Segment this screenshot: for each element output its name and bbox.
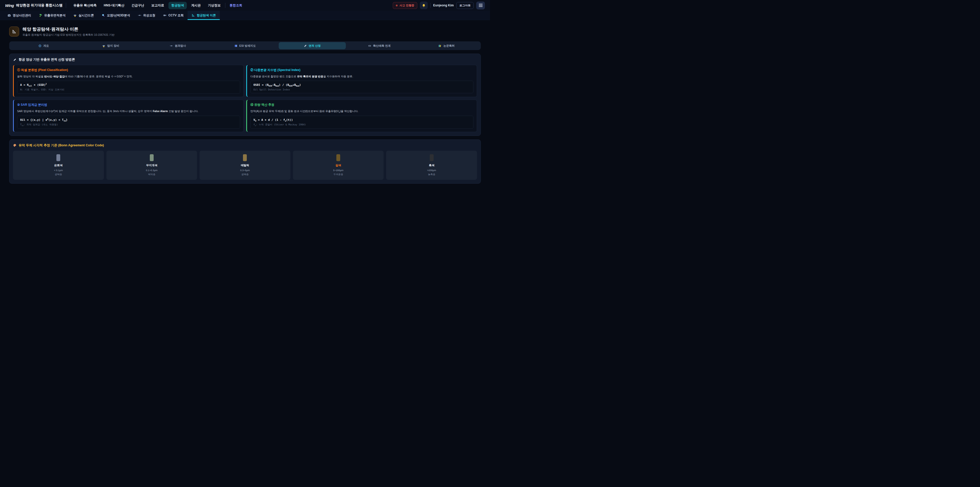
globe-icon [38,44,41,48]
method-card-body: 면적(A)과 평균 유막 두께(d) 및 풍화 경과 시간(t)으로부터 원래 … [250,109,473,113]
methods-section-header: 항공 영상 기반 유출유 면적 산정 방법론 [13,57,477,62]
incident-status-badge[interactable]: 사고 진행중 [393,2,417,9]
color-swatch [150,154,154,161]
subnav-item-spill-area-analysis[interactable]: 유출유면적분석 [35,11,69,20]
tab-papers-patents[interactable]: 논문특허 [413,42,480,49]
method-card-volume-inversion: ④ 유량 역산 추정 면적(A)과 평균 유막 두께(d) 및 풍화 경과 시간… [246,100,477,132]
subnav-item-photo-management[interactable]: 영상사진관리 [3,11,35,20]
link-icon [368,44,371,48]
subnav-item-pollution-ship-3d[interactable]: 오염/선박3D분석 [98,11,134,20]
hamburger-menu-button[interactable] [476,2,485,10]
menu-item-hns[interactable]: HNS·대기확산 [101,2,127,9]
menu-icon [479,4,483,7]
triangle-ruler-icon [12,29,17,34]
formula-box: Oil = {(x,y) | σ0(x,y) < Tth} Tth: 최적 임계… [17,116,240,129]
color-swatch [56,154,60,161]
menu-item-aerial-search[interactable]: 항공탐색 [169,2,187,9]
color-swatch [430,154,434,161]
formula-text: V0 = A × d / (1 - fe(t)) [253,118,470,121]
method-card-title: ③ SAR 임계값 분리법 [17,103,240,107]
page-header: 해양 항공탐색·원격탐사 이론 유출유 원격탐지·항공감시 기법·ESI 방제정… [9,26,481,37]
method-card-body: 다중분광 센서로 촬영한 밴드 조합으로 유막 특유의 분광 반응을 지수화하여… [250,74,473,78]
page-title: 해양 항공탐색·원격탐사 이론 [22,26,115,32]
user-name: Eunjeong Kim [433,3,454,7]
page-header-icon-box [9,27,19,37]
menu-item-weather[interactable]: 기상정보 [205,2,224,9]
bonn-item-black: 흑색 >200μm 농축층 [386,151,477,180]
formula-note: N: 기름 픽셀수, GSD: 지상 표본거리 [20,88,237,91]
method-card-spectral-index: ② 다중분광 지수법 (Spectral Index) 다중분광 센서로 촬영한… [246,65,477,97]
tab-remote-sensing[interactable]: 원격탐사 [144,42,211,49]
sub-navbar: 영상사진관리 유출유면적분석 실시간드론 오염/선박3D분석 위성요청 [0,11,490,20]
bonn-item-rainbow: 무지개색 0.1~0.3μm 박막층 [107,151,197,180]
bonn-item-metallic: 메탈릭 0.3~5μm 광택층 [200,151,290,180]
page-subtitle: 유출유 원격탐지·항공감시 기법·ESI 방제정보지도·등록특허 10-1567… [22,33,115,37]
brand[interactable]: Wing 해양환경 위기대응 통합시스템 [5,3,63,8]
method-card-pixel-classification: ① 픽셀 분류법 (Pixel Classification) 광학 영상의 각… [13,65,244,97]
drone-icon [102,44,105,48]
map-book-icon [234,44,238,48]
method-card-title: ④ 유량 역산 추정 [250,103,473,107]
tab-esi-map[interactable]: ESI 방제지도 [211,42,278,49]
method-card-title: ② 다중분광 지수법 (Spectral Index) [250,68,473,72]
theory-tab-strip: 개요 탐지 장비 원격탐사 ESI 방제지도 [9,42,481,50]
divider [66,3,66,8]
bonn-color-code-panel: 유막 두께 시각적 추정 기준 (Bonn Agreement Color Co… [9,139,481,184]
formula-note: Oil Spill Detection Index [253,88,470,91]
menu-item-board[interactable]: 게시판 [188,2,204,9]
tab-diffusion-link[interactable]: 확산예측 연계 [346,42,413,49]
formula-text: OSDI = (BNIR-BRed) / (BNIR+BRed) [253,83,470,86]
bonn-section-header: 유막 두께 시각적 추정 기준 (Bonn Agreement Color Co… [13,143,477,148]
palette-icon [13,144,17,147]
magnifier-icon [102,14,105,17]
top-navbar: Wing 해양환경 위기대응 통합시스템 유출유 확산예측 HNS·대기확산 긴… [0,0,490,11]
bell-icon [422,3,426,7]
formula-text: A = Noil × (GSD)2 [20,83,237,86]
bonn-section-title: 유막 두께 시각적 추정 기준 (Bonn Agreement Color Co… [19,143,104,148]
methods-section-title: 항공 영상 기반 유출유 면적 산정 방법론 [19,57,75,62]
method-card-body: SAR 영상에서 후방산란계수(σ0)의 임계값 이하를 유막으로 판정합니다.… [17,109,240,113]
formula-box: OSDI = (BNIR-BRed) / (BNIR+BRed) Oil Spi… [250,81,473,93]
method-card-title: ① 픽셀 분류법 (Pixel Classification) [17,68,240,72]
subnav-item-realtime-drone[interactable]: 실시간드론 [69,11,98,20]
menu-item-integrated-search[interactable]: 통합조회 [227,2,245,9]
brand-title: 해양환경 위기대응 통합시스템 [16,3,63,8]
methods-grid: ① 픽셀 분류법 (Pixel Classification) 광학 영상의 각… [13,65,477,132]
navbar-right: 사고 진행중 Eunjeong Kim 로그아웃 [393,2,485,10]
color-swatch [243,154,247,161]
satellite-icon [170,44,173,48]
triangle-ruler-icon [191,14,195,17]
page-content: 해양 항공탐색·원격탐사 이론 유출유 원격탐지·항공감시 기법·ESI 방제정… [0,20,490,195]
pencil-icon [304,44,307,48]
menu-item-reports[interactable]: 보고자료 [148,2,167,9]
pencil-icon [13,58,17,62]
status-dot-icon [396,5,398,6]
formula-box: V0 = A × d / (1 - fe(t)) fe: 누적 증발비 (Sti… [250,116,473,129]
bonn-item-silver-gray: 은회색 < 0.1μm 광택층 [13,151,104,180]
formula-text: Oil = {(x,y) | σ0(x,y) < Tth} [20,118,237,121]
tab-area-estimation[interactable]: 면적 산정 [279,42,346,49]
cctv-icon [163,14,167,17]
method-card-body: 광학 영상의 각 픽셀을 반사도·색상·질감에 따라 기름/해수로 분류. 분류… [17,74,240,78]
formula-box: A = Noil × (GSD)2 N: 기름 픽셀수, GSD: 지상 표본거… [17,81,240,94]
satellite-icon [138,14,142,17]
method-card-sar-threshold: ③ SAR 임계값 분리법 SAR 영상에서 후방산란계수(σ0)의 임계값 이… [13,100,244,132]
notifications-button[interactable] [420,2,428,9]
bonn-grid: 은회색 < 0.1μm 광택층 무지개색 0.1~0.3μm 박막층 메탈릭 0… [13,151,477,180]
menu-item-rescue[interactable]: 긴급구난 [129,2,147,9]
area-methods-panel: 항공 영상 기반 유출유 면적 산정 방법론 ① 픽셀 분류법 (Pixel C… [9,54,481,136]
bonn-item-brown: 갈색 5~200μm 두꺼운층 [293,151,384,180]
status-badge-label: 사고 진행중 [399,3,414,7]
subnav-item-aerial-theory[interactable]: 항공탐색 이론 [188,11,220,20]
menu-item-spill-forecast[interactable]: 유출유 확산예측 [71,2,100,9]
formula-note: fe: 누적 증발비 (Stiver & Mackay 1984) [253,123,470,126]
tab-overview[interactable]: 개요 [10,42,77,49]
divider [430,3,431,8]
drone-icon [73,14,77,17]
subnav-item-cctv[interactable]: CCTV 조회 [159,11,188,20]
tab-detection-equipment[interactable]: 탐지 장비 [77,42,144,49]
logout-button[interactable]: 로그아웃 [456,2,474,9]
subnav-item-satellite-request[interactable]: 위성요청 [134,11,159,20]
brand-logo: Wing [5,3,14,8]
main-menu: 유출유 확산예측 HNS·대기확산 긴급구난 보고자료 항공탐색 게시판 기상정… [71,2,245,9]
